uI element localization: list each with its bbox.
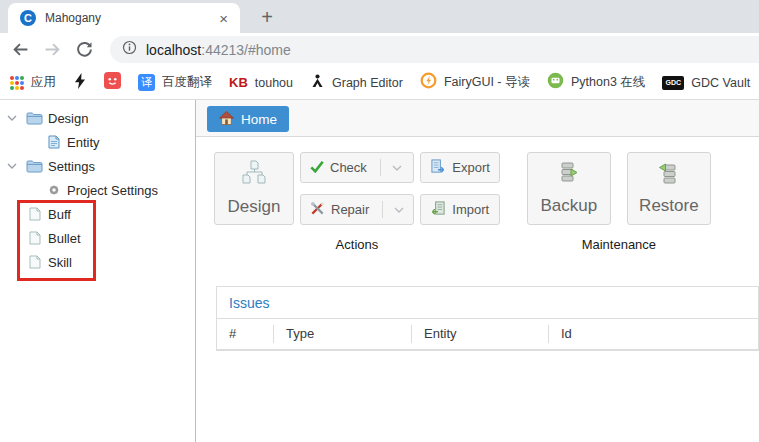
tree-item-label: Buff (48, 207, 71, 222)
restore-button-label: Restore (639, 196, 699, 216)
gear-icon (45, 183, 62, 197)
tree-item-design[interactable]: Design (0, 106, 195, 130)
tree-item-project-settings[interactable]: Project Settings (0, 178, 195, 202)
tab-home-label: Home (241, 112, 277, 127)
tree-item-label: Bullet (48, 231, 81, 246)
bookmark-label: 百度翻译 (162, 74, 212, 91)
backup-button[interactable]: Backup (527, 152, 611, 225)
tree-item-label: Settings (48, 159, 95, 174)
kb-icon: KB (229, 75, 248, 90)
maintenance-group: Backup Restore Maintenance (527, 152, 711, 252)
bookmark-label: FairyGUI - 导读 (444, 74, 530, 91)
actions-group: Design Check (214, 152, 500, 252)
database-backup-icon (557, 161, 581, 190)
bookmark-label: touhou (255, 76, 293, 90)
bookmark-label: GDC Vault (691, 76, 750, 90)
bookmark-graph-editor[interactable]: Graph Editor (310, 73, 403, 93)
tab-close-icon[interactable]: × (215, 10, 232, 27)
page-content: Design Entity Settings Project Settings (0, 100, 759, 442)
red-face-icon (104, 72, 121, 93)
browser-tab[interactable]: C Mahogany × (8, 3, 240, 33)
bookmark-apps[interactable]: 应用 (10, 74, 56, 91)
page-tab-bar: Home (196, 100, 759, 137)
check-icon (310, 160, 324, 176)
actions-group-label: Actions (336, 237, 379, 252)
bookmark-label: Python3 在线 (571, 74, 645, 91)
forward-icon (40, 38, 64, 62)
repair-button[interactable]: Repair (300, 194, 414, 225)
maintenance-group-label: Maintenance (582, 237, 656, 252)
bookmark-touhou[interactable]: KB touhou (229, 75, 293, 90)
issues-panel: Issues # Type Entity Id (216, 286, 759, 351)
person-icon (310, 73, 325, 93)
chevron-down-icon[interactable] (5, 163, 19, 170)
column-header-id[interactable]: Id (549, 325, 758, 343)
restore-button[interactable]: Restore (627, 152, 711, 225)
baidu-translate-icon: 译 (138, 74, 155, 91)
bookmark-fairygui[interactable]: FairyGUI - 导读 (420, 72, 530, 93)
split-separator (382, 201, 383, 218)
lightning-icon (73, 73, 87, 93)
reload-icon[interactable] (72, 38, 96, 62)
browser-tab-strip: C Mahogany × + (0, 0, 759, 33)
document-icon (45, 135, 62, 149)
import-button-label: Import (452, 202, 489, 217)
bookmark-red-face[interactable] (104, 72, 121, 93)
new-tab-button[interactable]: + (254, 4, 280, 30)
home-icon (219, 111, 234, 128)
page-icon (26, 255, 43, 269)
export-button[interactable]: Export (420, 152, 500, 183)
hierarchy-icon (240, 160, 268, 191)
sidebar-tree: Design Entity Settings Project Settings (0, 100, 196, 442)
tree-item-entity[interactable]: Entity (0, 130, 195, 154)
issues-title: Issues (217, 287, 758, 319)
chevron-down-icon[interactable] (394, 202, 404, 217)
main-panel: Home Design (196, 100, 759, 442)
tree-item-settings[interactable]: Settings (0, 154, 195, 178)
chevron-down-icon[interactable] (5, 115, 19, 122)
gdc-icon: GDC (662, 76, 684, 90)
import-icon (430, 201, 446, 219)
tree-item-bullet[interactable]: Bullet (0, 226, 195, 250)
column-header-type[interactable]: Type (274, 325, 412, 343)
tree-item-label: Design (48, 111, 88, 126)
chevron-down-icon[interactable] (392, 160, 402, 175)
info-icon[interactable] (122, 40, 137, 59)
export-button-label: Export (452, 160, 490, 175)
backup-button-label: Backup (541, 196, 598, 216)
design-button[interactable]: Design (214, 152, 294, 225)
browser-nav-toolbar: localhost:44213/#home (0, 33, 759, 66)
bookmark-gdc-vault[interactable]: GDC GDC Vault (662, 76, 750, 90)
tree-item-buff[interactable]: Buff (0, 202, 195, 226)
bookmarks-bar: 应用 译 百度翻译 KB touhou Graph Editor FairyGU… (0, 66, 759, 100)
bookmark-label: Graph Editor (332, 76, 403, 90)
design-button-label: Design (228, 197, 281, 217)
page-icon (26, 231, 43, 245)
site-favicon: C (20, 10, 36, 26)
bookmark-python3[interactable]: Python3 在线 (547, 72, 645, 93)
tab-title: Mahogany (45, 11, 215, 25)
fairygui-icon (420, 72, 437, 93)
tree-item-skill[interactable]: Skill (0, 250, 195, 274)
column-header-number[interactable]: # (217, 325, 274, 343)
bookmark-baidu-translate[interactable]: 译 百度翻译 (138, 74, 212, 91)
tree-item-label: Project Settings (67, 183, 158, 198)
address-bar[interactable]: localhost:44213/#home (110, 36, 759, 63)
import-button[interactable]: Import (420, 194, 500, 225)
export-icon (430, 159, 446, 177)
check-button-label: Check (330, 160, 367, 175)
page-icon (26, 207, 43, 221)
bookmark-lightning[interactable] (73, 73, 87, 93)
folder-icon (26, 159, 43, 173)
check-button[interactable]: Check (300, 152, 414, 183)
tree-item-label: Entity (67, 135, 100, 150)
python-icon (547, 72, 564, 93)
ribbon-toolbar: Design Check (196, 137, 759, 252)
back-icon[interactable] (8, 38, 32, 62)
column-header-entity[interactable]: Entity (412, 325, 549, 343)
issues-table-header: # Type Entity Id (217, 319, 758, 350)
folder-icon (26, 111, 43, 125)
tree-item-label: Skill (48, 255, 72, 270)
url-text: localhost:44213/#home (146, 42, 291, 58)
tab-home[interactable]: Home (207, 106, 289, 132)
